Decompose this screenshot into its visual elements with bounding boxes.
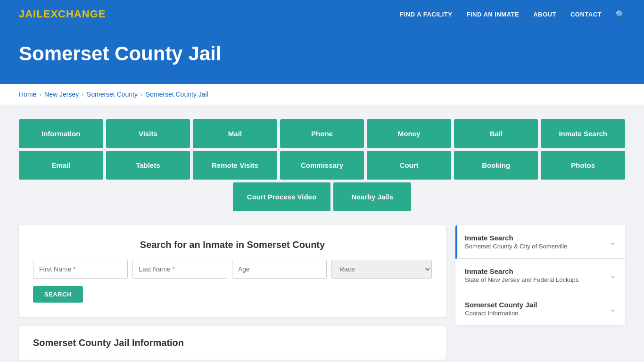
search-button[interactable]: SEARCH — [33, 286, 83, 303]
main-nav: FIND A FACILITY FIND AN INMATE ABOUT CON… — [400, 10, 625, 19]
nav-find-facility[interactable]: FIND A FACILITY — [400, 11, 452, 18]
tile-nearby-jails[interactable]: Nearby Jails — [333, 182, 411, 211]
logo-highlight: E — [43, 8, 51, 20]
chevron-down-icon-3: ⌄ — [610, 304, 616, 313]
age-input[interactable] — [232, 260, 327, 279]
tile-visits[interactable]: Visits — [106, 119, 190, 148]
inmate-search-box: Search for an Inmate in Somerset County … — [19, 225, 446, 317]
sidebar-card: Inmate Search Somerset County & City of … — [455, 225, 625, 325]
nav-contact[interactable]: CONTACT — [570, 11, 602, 18]
tile-remote-visits[interactable]: Remote Visits — [193, 151, 277, 180]
sidebar-item-3-title: Somerset County Jail — [465, 301, 537, 309]
sidebar-item-1-title: Inmate Search — [465, 234, 567, 242]
breadcrumb-somerset-jail[interactable]: Somerset County Jail — [146, 90, 208, 98]
sidebar-item-2-text: Inmate Search State of New Jersey and Fe… — [465, 267, 578, 283]
tile-phone[interactable]: Phone — [280, 119, 364, 148]
tile-bail[interactable]: Bail — [454, 119, 538, 148]
search-fields: Race White Black Hispanic Asian Other — [33, 260, 432, 279]
first-name-input[interactable] — [33, 260, 128, 279]
breadcrumb-sep-3: › — [140, 90, 143, 98]
breadcrumb-sep-1: › — [39, 90, 41, 98]
header: JAILEXCHANGE FIND A FACILITY FIND AN INM… — [0, 0, 644, 28]
tile-row-3: Court Process Video Nearby Jails — [19, 182, 625, 211]
last-name-input[interactable] — [132, 260, 227, 279]
tile-tablets[interactable]: Tablets — [106, 151, 190, 180]
tile-commissary[interactable]: Commissary — [280, 151, 364, 180]
tile-inmate-search[interactable]: Inmate Search — [541, 119, 625, 148]
sidebar-item-3-text: Somerset County Jail Contact Information — [465, 301, 537, 317]
breadcrumb-bar: Home › New Jersey › Somerset County › So… — [0, 84, 644, 105]
info-title: Somerset County Jail Information — [33, 337, 432, 348]
tile-photos[interactable]: Photos — [541, 151, 625, 180]
tile-court[interactable]: Court — [367, 151, 451, 180]
sidebar-item-3-subtitle: Contact Information — [465, 310, 537, 317]
left-panel: Search for an Inmate in Somerset County … — [19, 225, 446, 360]
content-row: Search for an Inmate in Somerset County … — [19, 225, 625, 360]
sidebar-item-2[interactable]: Inmate Search State of New Jersey and Fe… — [455, 259, 625, 292]
hero-banner: Somerset County Jail — [0, 28, 644, 84]
tile-court-process-video[interactable]: Court Process Video — [233, 182, 330, 211]
nav-find-inmate[interactable]: FIND AN INMATE — [466, 11, 519, 18]
race-select[interactable]: Race White Black Hispanic Asian Other — [331, 260, 432, 279]
info-box: Somerset County Jail Information — [19, 326, 446, 360]
tile-booking[interactable]: Booking — [454, 151, 538, 180]
breadcrumb-home[interactable]: Home — [19, 90, 36, 98]
breadcrumb-somerset-county[interactable]: Somerset County — [87, 90, 138, 98]
main-content: Information Visits Mail Phone Money Bail… — [0, 105, 644, 362]
page-title: Somerset County Jail — [19, 42, 625, 65]
tile-mail[interactable]: Mail — [193, 119, 277, 148]
sidebar-item-1[interactable]: Inmate Search Somerset County & City of … — [455, 225, 625, 259]
chevron-down-icon-1: ⌄ — [610, 238, 616, 247]
chevron-down-icon-2: ⌄ — [610, 271, 616, 280]
tile-information[interactable]: Information — [19, 119, 103, 148]
breadcrumb-nj[interactable]: New Jersey — [44, 90, 79, 98]
sidebar-item-2-subtitle: State of New Jersey and Federal Lockups — [465, 276, 578, 283]
tile-email[interactable]: Email — [19, 151, 103, 180]
logo-text-jail: JAIL — [19, 8, 43, 20]
tile-money[interactable]: Money — [367, 119, 451, 148]
search-title: Search for an Inmate in Somerset County — [33, 239, 432, 250]
breadcrumb: Home › New Jersey › Somerset County › So… — [19, 90, 625, 98]
sidebar-item-3[interactable]: Somerset County Jail Contact Information… — [455, 292, 625, 325]
logo[interactable]: JAILEXCHANGE — [19, 8, 106, 20]
nav-about[interactable]: ABOUT — [533, 11, 556, 18]
sidebar-item-1-subtitle: Somerset County & City of Somerville — [465, 243, 567, 250]
tile-row-2: Email Tablets Remote Visits Commissary C… — [19, 151, 625, 180]
right-sidebar: Inmate Search Somerset County & City of … — [455, 225, 625, 325]
breadcrumb-sep-2: › — [82, 90, 84, 98]
sidebar-item-1-text: Inmate Search Somerset County & City of … — [465, 234, 567, 250]
search-icon[interactable]: 🔍 — [616, 10, 625, 19]
tile-row-1: Information Visits Mail Phone Money Bail… — [19, 119, 625, 148]
sidebar-item-2-title: Inmate Search — [465, 267, 578, 275]
logo-text-xchange: XCHANGE — [50, 8, 106, 20]
